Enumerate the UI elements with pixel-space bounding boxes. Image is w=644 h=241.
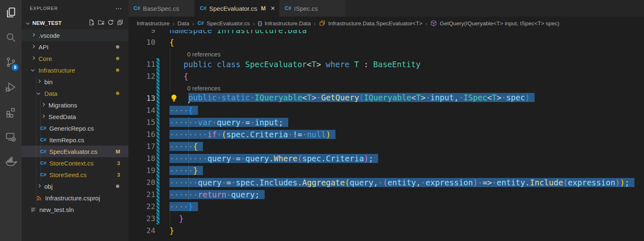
tree-item-Core[interactable]: Core	[22, 53, 128, 64]
namespace-icon: {}	[258, 20, 262, 26]
breadcrumb: Infrastructure›Data›C#SpecEvaluator.cs›{…	[128, 17, 644, 30]
line-number: 12	[128, 72, 155, 80]
explorer-actions	[88, 19, 128, 27]
activity-extensions-icon[interactable]	[0, 100, 22, 124]
line-number: 9	[128, 30, 155, 34]
selected-text: ········query·=·query.Where(spec.Criteri…	[169, 154, 378, 163]
codelens-references[interactable]: 0 references	[128, 48, 644, 58]
selected-text: ······var·query·=·input;	[169, 118, 288, 127]
code-line-24[interactable]: 24}	[128, 224, 644, 236]
tab-bar: C#BaseSpec.csC#SpecEvaluator.csM×C#ISpec…	[128, 0, 644, 17]
tree-item-label: GenericRepo.cs	[49, 125, 94, 132]
tab-ISpec.cs[interactable]: C#ISpec.cs	[280, 0, 346, 17]
tree-item-ItemRepo.cs[interactable]: C#ItemRepo.cs	[22, 134, 128, 146]
code-line-11[interactable]: 11 public class SpecEvaluator<T> where T…	[128, 58, 644, 70]
activity-explorer-icon[interactable]	[0, 0, 22, 25]
code-line-9[interactable]: 9namespace Infrastructure.Data	[128, 30, 644, 36]
code-line-19[interactable]: 19·····}	[128, 164, 644, 176]
modified-dot-badge	[116, 92, 119, 95]
tree-item-Infrastructure.csproj[interactable]: Infrastructure.csproj	[22, 192, 128, 204]
code-line-text: ········query·=·query.Where(spec.Criteri…	[169, 154, 378, 163]
codelens-references[interactable]: 0 references	[128, 82, 644, 92]
code-line-23[interactable]: 23 }	[128, 212, 644, 224]
tree-item-SeedData[interactable]: SeedData	[22, 111, 128, 122]
line-number: 10	[128, 38, 155, 46]
code-line-text: }	[169, 214, 183, 223]
breadcrumb-item[interactable]: Infrastructure.Data.SpecEvaluator<T>	[319, 20, 422, 27]
code-line-text: {	[169, 38, 174, 47]
quick-fix-lightbulb-icon[interactable]	[170, 93, 179, 103]
code-line-14[interactable]: 14····{	[128, 104, 644, 116]
tree-item-new_test.sln[interactable]: new_test.sln	[22, 204, 128, 215]
code-line-21[interactable]: 21······return·query;	[128, 188, 644, 200]
tree-item-GenericRepo.cs[interactable]: C#GenericRepo.cs	[22, 122, 128, 134]
activity-source-control-icon[interactable]: 8	[0, 50, 22, 75]
new-file-icon[interactable]	[88, 19, 95, 27]
chevron-right-icon	[30, 44, 36, 50]
breadcrumb-item[interactable]: GetQuery(IQueryable<T> input, ISpec<T> s…	[430, 20, 560, 27]
tree-item-bin[interactable]: bin	[22, 76, 128, 88]
refresh-icon[interactable]	[107, 19, 114, 27]
csharp-icon: C#	[200, 5, 207, 11]
code-line-text: ·····}	[169, 166, 203, 175]
csharp-icon: C#	[200, 5, 207, 12]
code-line-20[interactable]: 20······query·=·spec.Includes.Aggregate(…	[128, 176, 644, 188]
code-editor[interactable]: 9namespace Infrastructure.Data10{0 refer…	[128, 30, 644, 241]
breadcrumb-item[interactable]: C#SpecEvaluator.cs	[197, 20, 250, 27]
class-symbol-icon	[319, 20, 326, 27]
line-number: 23	[128, 214, 155, 223]
activity-run-and-debug-icon[interactable]	[0, 75, 22, 100]
tab-SpecEvaluator.cs[interactable]: C#SpecEvaluator.csM×	[195, 0, 280, 17]
code-line-text: {	[169, 72, 188, 81]
activity-remote-explorer-icon[interactable]	[0, 124, 22, 149]
code-line-13[interactable]: 13 public·static·IQueryable<T>·GetQuery(…	[128, 92, 644, 104]
tab-label: SpecEvaluator.cs	[209, 5, 257, 12]
tree-item-label: .vscode	[39, 32, 60, 39]
chevron-down-icon	[36, 90, 42, 97]
csharp-icon: C#	[197, 20, 204, 27]
chevron-right-icon: ›	[173, 20, 175, 27]
new-folder-icon[interactable]	[98, 19, 104, 27]
code-line-15[interactable]: 15······var·query·=·input;	[128, 116, 644, 128]
code-line-12[interactable]: 12 {	[128, 70, 644, 82]
code-line-text: ······query·=·spec.Includes.Aggregate(qu…	[169, 178, 634, 187]
tree-item-SpecEvaluator.cs[interactable]: C#SpecEvaluator.csM	[22, 146, 128, 157]
tree-item-label: ItemRepo.cs	[49, 136, 84, 144]
tree-item-obj[interactable]: obj	[22, 180, 128, 192]
breadcrumb-label: Infrastructure.Data.SpecEvaluator<T>	[328, 20, 422, 27]
tree-indent-guide	[40, 99, 41, 180]
workspace-section-header[interactable]: NEW_TEST	[22, 17, 128, 29]
tree-item-Data[interactable]: Data	[22, 88, 128, 99]
breadcrumb-item[interactable]: Infrastructure	[137, 20, 170, 27]
tree-item-API[interactable]: API	[22, 41, 128, 53]
tree-item-StoreContext.cs[interactable]: C#StoreContext.cs3	[22, 157, 128, 169]
activity-docker-icon[interactable]	[0, 149, 22, 174]
chevron-right-icon	[30, 55, 36, 62]
code-line-10[interactable]: 10{	[128, 36, 644, 48]
collapse-all-icon[interactable]	[117, 19, 123, 27]
file-tree: .vscodeAPICoreInfrastructurebinDataMigra…	[22, 29, 128, 215]
views-more-actions-icon[interactable]: ⋯	[115, 5, 123, 12]
chevron-right-icon: ›	[425, 20, 427, 27]
tree-item-Infrastructure[interactable]: Infrastructure	[22, 64, 128, 76]
code-line-17[interactable]: 17·····{	[128, 140, 644, 152]
breadcrumb-item[interactable]: Data	[178, 20, 190, 27]
activity-search-icon[interactable]	[0, 25, 22, 50]
code-line-22[interactable]: 22····}	[128, 200, 644, 212]
indent-guide	[170, 48, 170, 92]
csharp-icon: C#	[133, 5, 140, 12]
tree-item-StoreSeed.cs[interactable]: C#StoreSeed.cs3	[22, 169, 128, 180]
code-line-18[interactable]: 18········query·=·query.Where(spec.Crite…	[128, 152, 644, 164]
tree-item-label: Infrastructure	[39, 67, 75, 74]
close-icon[interactable]: ×	[271, 5, 275, 12]
selected-text: ····{	[169, 106, 198, 115]
line-number: 21	[128, 190, 155, 199]
selected-text: ········if·(spec.Criteria·!=·null)	[169, 130, 335, 139]
tab-BaseSpec.cs[interactable]: C#BaseSpec.cs	[128, 0, 195, 17]
csharp-icon: C#	[285, 5, 292, 11]
line-number: 15	[128, 118, 155, 127]
tree-item-.vscode[interactable]: .vscode	[22, 29, 128, 41]
tree-item-Migrations[interactable]: Migrations	[22, 99, 128, 111]
breadcrumb-item[interactable]: {}Infrastructure.Data	[258, 20, 311, 27]
code-line-16[interactable]: 16········if·(spec.Criteria·!=·null)	[128, 128, 644, 140]
